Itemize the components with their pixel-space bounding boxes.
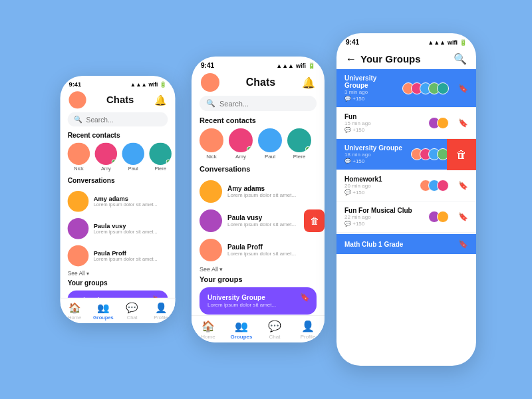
member-avatars-university <box>402 82 449 94</box>
delete-button-2[interactable]: 🗑 <box>304 209 325 232</box>
conv-info-paula-p-2: Paula Proff Lorem ipsum dolor sit amet..… <box>227 243 317 257</box>
search-input-1[interactable] <box>86 116 162 123</box>
nav-profile-2[interactable]: 👤 Profile <box>291 320 325 340</box>
contact-piere-2[interactable]: Piere <box>287 128 311 160</box>
nav-chat-1[interactable]: 💬 Chat <box>118 302 146 321</box>
bookmark-icon-2: 🔖 <box>300 293 310 302</box>
avatar-paul-2 <box>258 128 282 152</box>
nav-groups-label-2: Groupes <box>231 334 253 340</box>
contact-name-paul: Paul <box>128 166 138 172</box>
battery-icon-2: 🔋 <box>308 63 315 69</box>
see-all-2[interactable]: See All ▾ <box>192 265 325 275</box>
bell-icon-2[interactable]: 🔔 <box>302 76 315 89</box>
avatar-amy <box>95 142 117 164</box>
group-card-2[interactable]: University Groupe Lorem ipsum dolor sit … <box>200 287 317 315</box>
contact-nick-2[interactable]: Nick <box>200 128 223 160</box>
nav-groups-1[interactable]: 👥 Groupes <box>89 302 118 321</box>
conv-item-paula-p-2[interactable]: Paula Proff Lorem ipsum dolor sit amet..… <box>192 235 325 265</box>
header-2: Chats 🔔 <box>192 70 325 96</box>
avatar-piere-2 <box>287 128 311 152</box>
group-list-item-university[interactable]: University Groupe 3 min ago 💬 +150 🔖 <box>336 69 476 108</box>
group-list-item-math[interactable]: Math Club 1 Grade 🔖 <box>336 234 476 254</box>
nav-chat-label-1: Chat <box>127 315 138 321</box>
recent-contacts-title-2: Recent contacts <box>192 116 325 128</box>
group-list-item-fun[interactable]: Fun 15 min ago 💬 +150 🔖 <box>336 108 476 139</box>
group-name-homework: Homework1 <box>344 176 414 183</box>
group-time-university-2: 18 min ago <box>344 152 406 158</box>
status-icons-1: ▲▲▲ wifi 🔋 <box>130 81 167 87</box>
contact-piere[interactable]: Piere <box>149 142 171 172</box>
conv-avatar-amy-2 <box>200 180 222 203</box>
nav-chat-label-2: Chat <box>269 334 281 340</box>
conv-item-amy[interactable]: Amy adams Lorem ipsum dolor sit amet... <box>61 188 176 215</box>
avatar-paul <box>122 142 144 164</box>
nav-home-1[interactable]: 🏠 Home <box>61 302 89 321</box>
group-time-university: 3 min ago <box>344 89 397 95</box>
nav-profile-label-1: Profile <box>154 315 168 321</box>
bell-icon-1[interactable]: 🔔 <box>154 94 167 106</box>
nav-home-label-2: Home <box>201 334 215 340</box>
member-avatars-fun <box>428 117 449 129</box>
search-bar-2[interactable]: 🔍 <box>200 96 317 111</box>
see-all-1[interactable]: See All ▾ <box>61 269 176 279</box>
search-bar-1[interactable]: 🔍 <box>68 112 168 126</box>
group-list-item-musical[interactable]: Fun For Musical Club 22 min ago 💬 +150 🔖 <box>336 201 476 233</box>
member-av-f2 <box>437 117 449 129</box>
conv-item-paula-p[interactable]: Paula Proff Lorem ipsum dolor sit amet..… <box>61 242 176 269</box>
back-button[interactable]: ← <box>346 53 356 65</box>
group-time-fun: 15 min ago <box>344 120 423 126</box>
home-icon-2: 🏠 <box>201 320 215 332</box>
contact-paul-2[interactable]: Paul <box>258 128 282 160</box>
search-input-2[interactable] <box>219 100 310 108</box>
conv-item-paula-v-2[interactable]: Paula vusy Lorem ipsum dolor sit amet... <box>192 206 304 235</box>
conv-msg-paula-p-2: Lorem ipsum dolor sit amet... <box>227 251 317 257</box>
contacts-row-2: Nick Amy Paul Piere <box>192 128 325 165</box>
conv-info-paula-p: Paula Proff Lorem ipsum dolor sit amet..… <box>94 249 168 262</box>
conv-name-amy-2: Amy adams <box>227 185 317 192</box>
nav-home-2[interactable]: 🏠 Home <box>192 320 225 340</box>
groups-icon-2: 👥 <box>235 320 248 332</box>
delete-button-3[interactable]: 🗑 <box>447 139 476 170</box>
conv-item-amy-2[interactable]: Amy adams Lorem ipsum dolor sit amet... <box>192 177 325 206</box>
conv-name-paula-v: Paula vusy <box>94 222 168 229</box>
nav-chat-2[interactable]: 💬 Chat <box>258 320 291 340</box>
contact-name-amy: Amy <box>101 166 111 172</box>
nav-profile-1[interactable]: 👤 Profile <box>146 302 175 321</box>
status-icons-2: ▲▲▲ wifi 🔋 <box>276 63 315 69</box>
conv-item-paula-v-2-container: Paula vusy Lorem ipsum dolor sit amet...… <box>192 206 325 235</box>
search-icon-3[interactable]: 🔍 <box>454 53 467 65</box>
groups-list: University Groupe 3 min ago 💬 +150 🔖 Fun… <box>336 69 476 254</box>
group-list-item-homework[interactable]: Homework1 20 min ago 💬 +150 🔖 <box>336 170 476 201</box>
member-av-h3 <box>437 180 449 192</box>
contact-paul[interactable]: Paul <box>122 142 144 172</box>
conv-name-paula-v-2: Paula vusy <box>227 214 296 221</box>
avatar-nick <box>68 142 90 164</box>
group-time-homework: 20 min ago <box>344 183 414 189</box>
group-list-swipe-container: University Groupe 18 min ago 💬 +150 🔖 🗑 <box>336 139 476 170</box>
time-1: 9:41 <box>69 80 82 87</box>
conv-info-paula-v-2: Paula vusy Lorem ipsum dolor sit amet... <box>227 214 296 227</box>
conv-item-paula-v[interactable]: Paula vusy Lorem ipsum dolor sit amet... <box>61 215 176 242</box>
contact-amy-2[interactable]: Amy <box>229 128 253 160</box>
member-avatars-homework <box>420 180 449 192</box>
group-msg-university: 💬 +150 <box>344 96 397 102</box>
contact-amy[interactable]: Amy <box>95 142 117 172</box>
chat-icon-2: 💬 <box>268 320 281 332</box>
nav-groups-2[interactable]: 👥 Groupes <box>225 320 258 340</box>
group-msg-fun: 💬 +150 <box>344 127 423 133</box>
group-info-homework: Homework1 20 min ago 💬 +150 <box>344 176 414 196</box>
group-info-university: University Groupe 3 min ago 💬 +150 <box>344 74 397 102</box>
avatar-piere <box>149 142 171 164</box>
conv-info-paula-v: Paula vusy Lorem ipsum dolor sit amet... <box>94 222 168 235</box>
groups-title-1: Your groups <box>61 279 176 291</box>
nav-groups-label-1: Groupes <box>93 315 114 321</box>
conv-avatar-paula-v <box>68 218 89 239</box>
contact-nick[interactable]: Nick <box>68 142 90 172</box>
conv-msg-amy-2: Lorem ipsum dolor sit amet... <box>227 192 317 198</box>
avatar-amy-2 <box>229 128 253 152</box>
status-bar-1: 9:41 ▲▲▲ wifi 🔋 <box>61 76 176 89</box>
groups-icon-1: 👥 <box>97 302 110 314</box>
wifi-icon-3: wifi <box>448 39 458 46</box>
phone-3: 9:41 ▲▲▲ wifi 🔋 ← Your Groups 🔍 Universi… <box>336 33 476 366</box>
conv-info-amy: Amy adams Lorem ipsum dolor sit amet... <box>94 195 168 207</box>
